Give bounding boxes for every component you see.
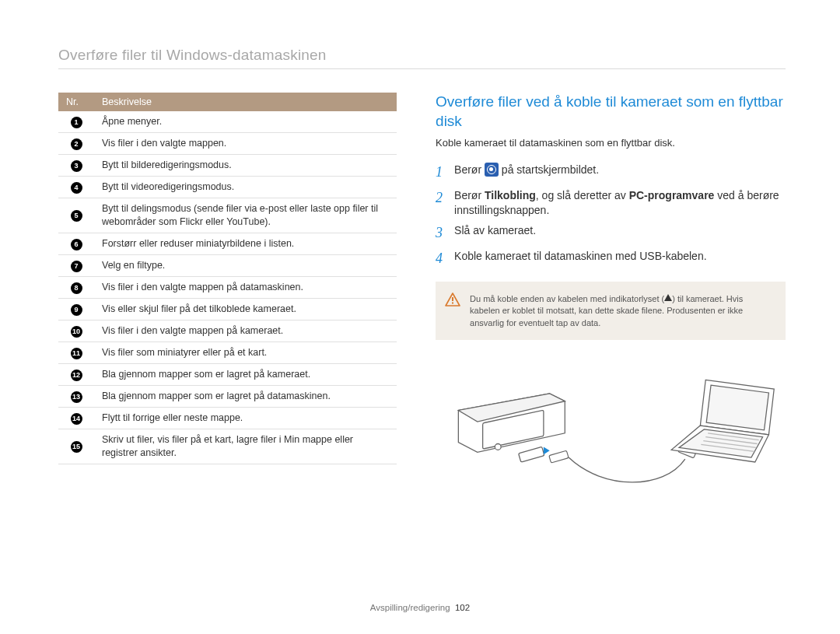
svg-rect-6 [519,447,544,462]
row-description: Bytt til videoredigeringsmodus. [94,177,397,198]
svg-marker-3 [664,294,672,301]
footer-section: Avspilling/redigering [370,603,450,612]
row-description: Vis filer i den valgte mappen på datamas… [94,276,397,298]
row-description: Velg en filtype. [94,254,397,276]
connection-illustration [436,357,786,494]
row-description: Bla gjennom mapper som er lagret på data… [94,385,397,407]
row-description: Bytt til delingsmodus (sende filer via e… [94,198,397,233]
row-number-badge: 15 [71,441,82,453]
table-row: 4Bytt til videoredigeringsmodus. [58,177,397,198]
row-number-badge: 1 [71,117,82,128]
warning-icon [445,292,460,310]
table-row: 1Åpne menyer. [58,111,397,133]
row-number-badge: 13 [71,391,82,403]
step-number: 4 [436,249,446,268]
row-description: Vis filer i den valgte mappen. [94,133,397,155]
step-2: Berør Tilkobling, og slå deretter av PC-… [454,188,786,218]
row-description: Åpne menyer. [94,111,397,133]
step-number: 1 [436,163,446,181]
triangle-arrow-icon [664,292,672,304]
table-row: 12Bla gjennom mapper som er lagret på ka… [58,363,397,385]
row-number-badge: 4 [71,182,82,194]
page-footer: Avspilling/redigering 102 [0,603,840,612]
step-3: Slå av kameraet. [454,223,786,242]
settings-icon [485,163,499,177]
row-number-badge: 8 [71,282,82,294]
table-row: 14Flytt til forrige eller neste mappe. [58,407,397,429]
table-row: 9Vis eller skjul filer på det tilkoblede… [58,298,397,320]
table-row: 10Vis filer i den valgte mappen på kamer… [58,320,397,342]
row-number-badge: 2 [71,138,82,150]
row-number-badge: 10 [71,326,82,338]
page-number: 102 [455,603,470,612]
right-column: Overføre filer ved å koble til kameraet … [436,93,786,497]
steps-list: 1 Berør på startskjermbildet. 2 Berør Ti… [436,163,786,268]
table-header-desc: Beskrivelse [94,93,397,111]
page-title: Overføre filer til Windows-datamaskinen [58,47,786,69]
table-row: 5Bytt til delingsmodus (sende filer via … [58,198,397,233]
description-table: Nr. Beskrivelse 1Åpne menyer.2Vis filer … [58,93,397,464]
row-description: Flytt til forrige eller neste mappe. [94,407,397,429]
row-description: Vis filer som miniatyrer eller på et kar… [94,342,397,363]
intro-text: Koble kameraet til datamaskinen som en f… [436,137,786,149]
step-4: Koble kameraet til datamaskinen med USB-… [454,249,786,268]
svg-point-5 [495,444,501,450]
warning-note: Du må koble enden av kabelen med indikat… [436,282,786,340]
step-number: 3 [436,223,446,242]
row-number-badge: 7 [71,261,82,272]
table-header-nr: Nr. [58,93,94,111]
table-row: 7Velg en filtype. [58,254,397,276]
row-number-badge: 3 [71,160,82,172]
row-description: Forstørr eller reduser miniatyrbildene i… [94,233,397,254]
step-1: Berør på startskjermbildet. [454,163,786,181]
table-row: 8Vis filer i den valgte mappen på datama… [58,276,397,298]
row-number-badge: 9 [71,304,82,316]
table-row: 11Vis filer som miniatyrer eller på et k… [58,342,397,363]
row-number-badge: 11 [71,348,82,359]
table-row: 2Vis filer i den valgte mappen. [58,133,397,155]
row-description: Bytt til bilderedigeringsmodus. [94,155,397,177]
row-number-badge: 6 [71,239,82,250]
row-description: Skriv ut filer, vis filer på et kart, la… [94,429,397,464]
svg-rect-1 [452,297,453,301]
row-number-badge: 12 [71,370,82,381]
svg-rect-7 [549,450,569,463]
table-row: 6Forstørr eller reduser miniatyrbildene … [58,233,397,254]
row-number-badge: 14 [71,413,82,425]
row-number-badge: 5 [71,210,82,222]
table-row: 15Skriv ut filer, vis filer på et kart, … [58,429,397,464]
svg-rect-2 [452,303,453,304]
left-column: Nr. Beskrivelse 1Åpne menyer.2Vis filer … [58,93,397,497]
row-description: Vis eller skjul filer på det tilkoblede … [94,298,397,320]
section-title: Overføre filer ved å koble til kameraet … [436,93,786,131]
row-description: Bla gjennom mapper som er lagret på kame… [94,363,397,385]
step-number: 2 [436,188,446,218]
table-row: 13Bla gjennom mapper som er lagret på da… [58,385,397,407]
table-row: 3Bytt til bilderedigeringsmodus. [58,155,397,177]
row-description: Vis filer i den valgte mappen på kamerae… [94,320,397,342]
svg-marker-8 [544,447,550,455]
